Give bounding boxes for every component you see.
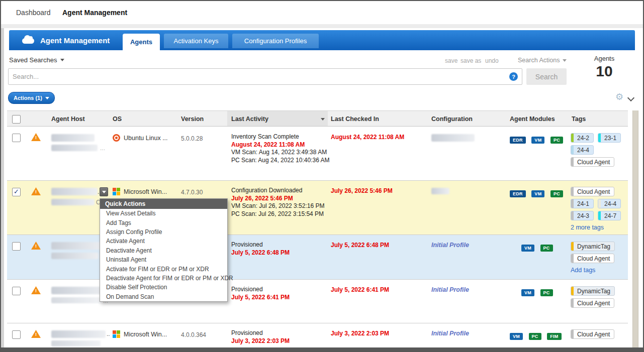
col-header-configuration[interactable]: Configuration [431, 115, 473, 123]
menu-item-add-tags[interactable]: Add Tags [100, 218, 227, 227]
last-activity-cell: Inventory Scan Complete August 24, 2022 … [231, 133, 329, 164]
tab-activation-keys[interactable]: Activation Keys [164, 34, 228, 48]
configuration-profile[interactable]: Initial Profile [431, 242, 469, 249]
table-row[interactable]: ... Ubuntu Linux ... 5.0.0.28 Inventory … [7, 127, 628, 181]
tag-color-cap [571, 134, 574, 142]
more-tags-link[interactable]: 2 more tags [571, 224, 635, 231]
actions-button-label: Actions (1) [14, 95, 42, 101]
gear-icon[interactable] [615, 92, 623, 101]
add-tags-link[interactable]: Add tags [571, 267, 635, 274]
tag-pill[interactable]: Cloud Agent [571, 254, 614, 263]
tag-color-cap [598, 211, 601, 220]
tag-pill[interactable]: Cloud Agent [571, 187, 614, 196]
configuration-profile[interactable]: Initial Profile [431, 286, 469, 293]
menu-item-view-asset-details[interactable]: View Asset Details [100, 209, 227, 218]
nav-item-agent-management[interactable]: Agent Management [62, 9, 127, 17]
menu-item-deactivate-agent[interactable]: Deactivate Agent [100, 246, 227, 255]
module-badge: VM [531, 190, 544, 197]
saved-searches-dropdown[interactable]: Saved Searches [9, 56, 64, 64]
tag-pill[interactable]: 24-4 [598, 199, 621, 208]
search-input[interactable] [8, 68, 522, 85]
tab-agents[interactable]: Agents [123, 34, 160, 50]
activity-status: Configuration Downloaded [231, 187, 324, 195]
help-icon[interactable]: ? [509, 72, 518, 81]
row-checkbox[interactable] [12, 330, 21, 339]
module-title: Agent Management [40, 36, 110, 45]
host-suffix: . [98, 188, 99, 195]
actions-button[interactable]: Actions (1) [8, 92, 55, 104]
os-name: Microsoft Win... [124, 331, 167, 338]
menu-item-disable-self-protection[interactable]: Disable Self Protection [100, 283, 227, 292]
agent-modules-cell: VM PC [521, 243, 557, 252]
menu-item-on-demand-scan[interactable]: On Demand Scan [100, 292, 227, 301]
tag-color-cap [598, 199, 601, 208]
agents-count: 10 [589, 63, 619, 80]
tag-pill[interactable]: Cloud Agent [571, 298, 614, 308]
activity-status: Provisioned [231, 329, 290, 337]
tag-color-cap [571, 254, 574, 263]
col-header-tags[interactable]: Tags [572, 115, 586, 123]
tag-pill[interactable]: 24-2 [571, 133, 594, 143]
tags-cell: 24-2 23-1 24-4 Cloud Agent [571, 133, 635, 167]
host-name-redacted [51, 330, 106, 338]
menu-item-deactivate-fim-edr-pm-xdr[interactable]: Deactivate Agent for FIM or EDR or PM or… [100, 274, 227, 283]
col-header-last-activity[interactable]: Last Activity [227, 111, 328, 126]
col-header-os[interactable]: OS [113, 115, 122, 123]
row-checkbox-checked[interactable] [12, 188, 21, 196]
tag-pill[interactable]: DynamicTag [571, 286, 615, 296]
divider-band [1, 24, 643, 28]
warning-icon [31, 187, 41, 195]
col-header-version[interactable]: Version [181, 115, 204, 123]
activity-date: August 24, 2022 11:08 AM [231, 141, 329, 149]
tags-cell: Cloud Agent 24-1 24-4 24-3 24-7 2 more t… [571, 187, 635, 231]
search-actions-label: Search Actions [518, 57, 560, 64]
last-activity-cell: Provisioned July 3, 2022 2:03 PM [231, 329, 290, 345]
search-actions-dropdown[interactable]: Search Actions [518, 57, 567, 64]
activity-date: July 26, 2022 5:46 PM [231, 195, 324, 203]
pc-scan-date: PC Scan: Jul 26, 2022 3:15:54 PM [231, 210, 324, 218]
table-row[interactable]: .. Microsoft Win... 4.0.0.364 Provisione… [7, 323, 628, 349]
tag-pill[interactable]: Cloud Agent [571, 329, 614, 339]
os-name: Microsoft Win... [124, 188, 167, 195]
vm-scan-date: VM Scan: Jul 26, 2022 3:52:16 PM [231, 202, 324, 210]
configuration-profile[interactable]: Initial Profile [431, 330, 469, 337]
save-as-link[interactable]: save as [461, 57, 481, 64]
tag-pill[interactable]: 24-3 [571, 211, 594, 220]
windows-os-icon [113, 188, 120, 195]
cloud-agent-icon [22, 38, 34, 44]
row-checkbox[interactable] [12, 287, 21, 295]
menu-item-activate-agent[interactable]: Activate Agent [100, 237, 227, 246]
tag-pill[interactable]: 24-4 [571, 145, 594, 155]
activity-status: Provisioned [231, 241, 290, 249]
row-checkbox[interactable] [12, 134, 21, 142]
saved-searches-label: Saved Searches [9, 56, 57, 64]
activity-status: Provisioned [231, 286, 290, 294]
save-link[interactable]: save [445, 57, 457, 64]
select-all-checkbox[interactable] [12, 115, 21, 124]
tags-cell: DynamicTag Cloud Agent [571, 286, 635, 308]
menu-item-uninstall-agent[interactable]: Uninstall Agent [100, 255, 227, 264]
tag-pill[interactable]: Cloud Agent [571, 157, 614, 167]
col-header-agent-host[interactable]: Agent Host [51, 115, 85, 123]
menu-item-activate-fim-edr-pm-xdr[interactable]: Activate for FIM or EDR or PM or XDR [100, 264, 227, 273]
row-checkbox[interactable] [12, 242, 21, 251]
warning-icon [31, 242, 41, 250]
menu-item-assign-config-profile[interactable]: Assign Config Profile [100, 227, 227, 237]
vertical-scrollbar[interactable] [632, 110, 638, 347]
tag-pill[interactable]: 24-1 [571, 199, 594, 208]
col-header-agent-modules[interactable]: Agent Modules [510, 115, 555, 123]
undo-link[interactable]: undo [485, 57, 499, 64]
tab-configuration-profiles[interactable]: Configuration Profiles [232, 34, 319, 48]
chevron-down-icon[interactable] [627, 94, 634, 101]
nav-item-dashboard[interactable]: Dashboard [16, 9, 51, 17]
search-button[interactable]: Search [526, 68, 567, 85]
module-badge: EDR [510, 190, 526, 197]
col-header-last-checked-in[interactable]: Last Checked In [331, 115, 379, 123]
tag-pill[interactable]: 24-7 [598, 211, 621, 220]
last-activity-cell: Provisioned July 5, 2022 6:48 PM [231, 241, 290, 257]
tag-pill[interactable]: 23-1 [598, 133, 621, 143]
activity-date: July 3, 2022 2:03 PM [231, 337, 290, 345]
quick-actions-caret-button[interactable] [100, 187, 108, 196]
tag-color-cap [571, 287, 574, 295]
tag-pill[interactable]: DynamicTag [571, 242, 615, 251]
